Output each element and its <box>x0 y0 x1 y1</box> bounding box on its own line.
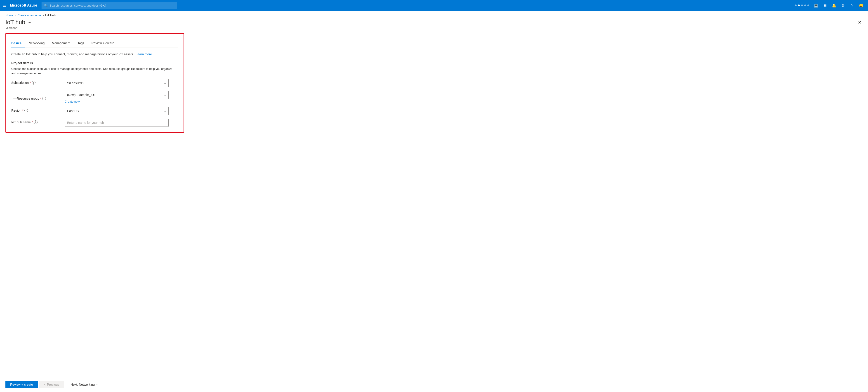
breadcrumb-create-resource[interactable]: Create a resource <box>18 13 41 17</box>
region-info-icon[interactable]: i <box>24 109 28 112</box>
form-description-text: Create an IoT hub to help you connect, m… <box>11 53 134 56</box>
region-value: East US <box>67 109 79 113</box>
topbar: ☰ Microsoft Azure 🔍 💻 ☷ 🔔 ⚙ ? 😀 <box>0 0 868 11</box>
tabs: Basics Networking Management Tags Review… <box>11 39 178 47</box>
resource-group-label: Resource group <box>17 97 39 100</box>
search-icon: 🔍 <box>44 4 48 7</box>
review-create-button[interactable]: Review + create <box>5 381 38 388</box>
iot-hub-name-required: * <box>32 121 33 124</box>
resource-group-dropdown[interactable]: (New) Example_IOT ⌄ <box>65 91 168 99</box>
section-heading: Project details <box>11 61 178 65</box>
breadcrumb-iot-hub: IoT Hub <box>45 13 56 17</box>
previous-button: < Previous <box>39 381 64 388</box>
tab-networking[interactable]: Networking <box>25 39 48 47</box>
next-networking-button[interactable]: Next: Networking > <box>66 381 102 388</box>
resource-group-required: * <box>40 97 41 100</box>
subscription-chevron-icon: ⌄ <box>164 81 166 85</box>
tab-basics[interactable]: Basics <box>11 39 25 47</box>
dot-4 <box>804 4 806 6</box>
iot-hub-name-row: IoT hub name * i <box>11 119 178 127</box>
tab-tags[interactable]: Tags <box>74 39 88 47</box>
help-icon[interactable]: ? <box>848 1 856 9</box>
search-bar[interactable]: 🔍 <box>41 2 177 9</box>
dot-5 <box>807 4 809 6</box>
progress-dots <box>795 4 809 6</box>
region-chevron-icon: ⌄ <box>164 109 166 112</box>
iot-hub-name-label: IoT hub name <box>11 121 31 124</box>
iot-hub-name-input[interactable] <box>65 119 168 127</box>
iot-hub-name-label-area: IoT hub name * i <box>11 119 61 124</box>
subscription-control: SiLabsHYD ⌄ <box>65 79 178 87</box>
form-panel: Basics Networking Management Tags Review… <box>5 33 184 133</box>
region-required: * <box>22 109 23 112</box>
page-options-ellipsis[interactable]: ··· <box>28 20 31 25</box>
form-description: Create an IoT hub to help you connect, m… <box>11 52 178 57</box>
page-title-area: IoT hub ··· Microsoft <box>5 19 31 30</box>
region-label-area: Region * i <box>11 107 61 112</box>
cloud-shell-icon[interactable]: 💻 <box>812 1 820 9</box>
resource-group-value: (New) Example_IOT <box>67 93 96 97</box>
close-button[interactable]: ✕ <box>857 19 863 26</box>
dot-1 <box>795 4 797 6</box>
search-input[interactable] <box>50 4 175 7</box>
main-content: Home > Create a resource > IoT Hub IoT h… <box>0 11 868 392</box>
tab-management[interactable]: Management <box>48 39 74 47</box>
breadcrumb: Home > Create a resource > IoT Hub <box>0 11 868 17</box>
learn-more-link[interactable]: Learn more <box>135 53 152 56</box>
page-subtitle: Microsoft <box>5 26 31 30</box>
breadcrumb-sep-1: > <box>15 14 16 17</box>
notifications-icon[interactable]: 🔔 <box>830 1 838 9</box>
subscription-info-icon[interactable]: i <box>32 81 35 85</box>
account-icon[interactable]: 😀 <box>857 1 865 9</box>
page-title-row: IoT hub ··· <box>5 19 31 26</box>
region-control: East US ⌄ <box>65 107 178 115</box>
subscription-row: Subscription * i SiLabsHYD ⌄ <box>11 79 178 87</box>
hamburger-menu[interactable]: ☰ <box>3 3 6 8</box>
subscription-required: * <box>30 81 31 85</box>
region-label: Region <box>11 109 21 112</box>
breadcrumb-home[interactable]: Home <box>5 13 13 17</box>
subscription-label-area: Subscription * i <box>11 79 61 85</box>
breadcrumb-sep-2: > <box>42 14 43 17</box>
region-dropdown[interactable]: East US ⌄ <box>65 107 168 115</box>
subscription-value: SiLabsHYD <box>67 81 84 85</box>
topbar-icons: 💻 ☷ 🔔 ⚙ ? 😀 <box>812 1 865 9</box>
azure-logo: Microsoft Azure <box>10 3 37 7</box>
resource-group-chevron-icon: ⌄ <box>164 93 166 96</box>
section-desc: Choose the subscription you'll use to ma… <box>11 67 178 75</box>
tab-review-create[interactable]: Review + create <box>88 39 118 47</box>
dot-2 <box>798 4 800 6</box>
portal-settings-icon[interactable]: ☷ <box>821 1 829 9</box>
region-row: Region * i East US ⌄ <box>11 107 178 115</box>
resource-group-info-icon[interactable]: i <box>42 97 46 100</box>
resource-group-label-area: Resource group * i <box>11 91 61 100</box>
iot-hub-name-control <box>65 119 178 127</box>
form-fields: Subscription * i SiLabsHYD ⌄ <box>11 79 178 127</box>
resource-group-control: (New) Example_IOT ⌄ Create new <box>65 91 178 103</box>
dot-3 <box>801 4 803 6</box>
page-header: IoT hub ··· Microsoft ✕ <box>0 17 868 33</box>
iot-hub-name-info-icon[interactable]: i <box>34 121 37 124</box>
footer: Review + create < Previous Next: Network… <box>0 377 868 392</box>
settings-gear-icon[interactable]: ⚙ <box>839 1 847 9</box>
subscription-dropdown[interactable]: SiLabsHYD ⌄ <box>65 79 168 87</box>
subscription-label: Subscription <box>11 81 29 85</box>
page-title: IoT hub <box>5 19 25 26</box>
create-new-link[interactable]: Create new <box>65 100 80 103</box>
resource-group-row: Resource group * i (New) Example_IOT ⌄ C… <box>11 91 178 103</box>
